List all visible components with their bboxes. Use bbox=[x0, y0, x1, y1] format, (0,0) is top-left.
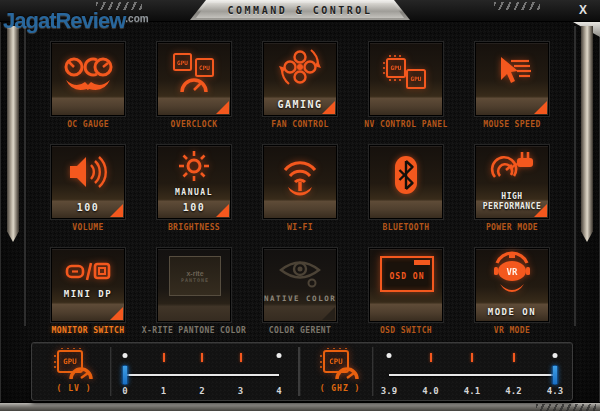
slider-track[interactable] bbox=[389, 374, 555, 376]
bottom-metal-bar bbox=[0, 402, 600, 411]
slider-end-dot bbox=[553, 353, 558, 358]
vr-headset-icon: VR bbox=[489, 251, 535, 299]
tile-label-vr-mode: VR MODE bbox=[459, 326, 565, 335]
corner-triangle bbox=[322, 307, 335, 320]
cpu-ghz-group: CPU ( GHZ ) bbox=[310, 348, 370, 393]
tick-label: 1 bbox=[161, 386, 166, 396]
osd-state-text: OSD ON bbox=[382, 272, 432, 281]
svg-text:VR: VR bbox=[507, 267, 518, 277]
divider bbox=[110, 347, 111, 396]
tile-xrite-pantone-color[interactable]: x-rite PANTONE bbox=[157, 248, 231, 322]
slider-tick bbox=[471, 353, 473, 362]
tile-oc-gauge[interactable] bbox=[51, 42, 125, 116]
osd-on-icon: OSD ON bbox=[380, 256, 434, 292]
decor-hatch-bottom-right bbox=[536, 404, 596, 411]
window-title: COMMAND & CONTROL bbox=[228, 5, 373, 16]
command-control-window: COMMAND & CONTROL X JagatReview.com bbox=[0, 0, 600, 411]
tile-label-overclock: OVERCLOCK bbox=[141, 120, 247, 129]
tile-brightness[interactable]: MANUAL 100 bbox=[157, 145, 231, 219]
tile-label-fan-control: FAN CONTROL bbox=[247, 120, 353, 129]
slider-end-dot bbox=[123, 353, 128, 358]
tile-label-mouse-speed: MOUSE SPEED bbox=[459, 120, 565, 129]
slider-end-dot bbox=[277, 353, 282, 358]
tick-label: 4.1 bbox=[464, 386, 480, 396]
slider-tick bbox=[513, 353, 515, 362]
svg-text:GPU: GPU bbox=[63, 357, 77, 366]
xrite-logo-icon: x-rite PANTONE bbox=[169, 256, 221, 296]
tile-label-monitor-switch: MONITOR SWITCH bbox=[35, 326, 141, 335]
tile-power-mode[interactable]: HIGH PERFORMANCE bbox=[475, 145, 549, 219]
slider-tick bbox=[430, 353, 432, 362]
color-profile-badge: NATIVE COLOR bbox=[264, 294, 336, 303]
tile-grid: OC GAUGE GPU CPU OVERCLOCK bbox=[51, 42, 549, 335]
tile-mouse-speed[interactable] bbox=[475, 42, 549, 116]
gpu-level-group: GPU ( LV ) bbox=[44, 348, 104, 393]
tick-label: 4.2 bbox=[505, 386, 521, 396]
slider-tick bbox=[240, 353, 242, 362]
fan-icon bbox=[277, 45, 323, 89]
tick-label: 4 bbox=[276, 386, 281, 396]
tick-label: 4.0 bbox=[422, 386, 438, 396]
corner-triangle bbox=[216, 204, 229, 217]
close-button[interactable]: X bbox=[579, 3, 587, 17]
gpu-unit-label: ( LV ) bbox=[44, 384, 104, 393]
gpu-level-slider[interactable]: 0 1 2 3 4 bbox=[118, 349, 286, 397]
tile-label-color-gerent: COLOR GERENT bbox=[247, 326, 353, 335]
tile-monitor-switch[interactable]: MINI DP bbox=[51, 248, 125, 322]
svg-text:GPU: GPU bbox=[177, 59, 188, 66]
decor-hatch-right bbox=[494, 2, 540, 10]
cpu-chip-icon: CPU bbox=[317, 348, 363, 382]
slider-tick bbox=[201, 353, 203, 362]
tile-bluetooth[interactable] bbox=[369, 145, 443, 219]
watermark-logo: JagatReview.com bbox=[3, 8, 149, 34]
corner-triangle bbox=[110, 204, 123, 217]
tile-nv-control-panel[interactable]: GPU GPU bbox=[369, 42, 443, 116]
vr-state-badge: MODE ON bbox=[476, 307, 548, 317]
slider-tick bbox=[163, 353, 165, 362]
slider-track[interactable] bbox=[125, 374, 279, 376]
cpu-unit-label: ( GHZ ) bbox=[310, 384, 370, 393]
svg-text:GPU: GPU bbox=[411, 75, 422, 82]
monitor-output-badge: MINI DP bbox=[52, 289, 124, 299]
tile-label-power-mode: POWER MODE bbox=[459, 223, 565, 232]
osd-menu-strip bbox=[414, 260, 430, 265]
corner-triangle bbox=[216, 101, 229, 114]
nv-control-panel-icon: GPU GPU bbox=[382, 55, 430, 101]
tile-wifi[interactable] bbox=[263, 145, 337, 219]
tile-label-volume: VOLUME bbox=[35, 223, 141, 232]
side-line-left bbox=[24, 26, 26, 326]
oc-gauge-icon bbox=[63, 53, 113, 101]
cpu-ghz-slider-handle[interactable] bbox=[552, 365, 559, 385]
corner-triangle bbox=[322, 101, 335, 114]
gpu-chip-icon: GPU bbox=[51, 348, 97, 382]
tile-label-brightness: BRIGHTNESS bbox=[141, 223, 247, 232]
tile-osd-switch[interactable]: OSD ON bbox=[369, 248, 443, 322]
tick-label: 2 bbox=[199, 386, 204, 396]
tile-fan-control[interactable]: GAMING bbox=[263, 42, 337, 116]
tick-label: 4.3 bbox=[547, 386, 563, 396]
svg-text:CPU: CPU bbox=[199, 64, 210, 71]
tile-label-xrite-pantone-color: X-RITE PANTONE COLOR bbox=[141, 326, 247, 335]
brightness-mode-badge: MANUAL bbox=[158, 188, 230, 197]
tick-label: 3 bbox=[238, 386, 243, 396]
monitor-switch-icon bbox=[64, 257, 112, 287]
svg-text:CPU: CPU bbox=[329, 357, 343, 366]
overclock-icon: GPU CPU bbox=[170, 51, 218, 97]
eye-icon bbox=[276, 255, 324, 289]
wifi-icon bbox=[277, 158, 323, 200]
bluetooth-icon bbox=[384, 154, 428, 196]
tile-overclock[interactable]: GPU CPU bbox=[157, 42, 231, 116]
mouse-speed-icon bbox=[489, 53, 535, 97]
bottom-slider-panel: GPU ( LV ) 0 1 2 3 4 bbox=[31, 342, 573, 401]
power-mode-icon bbox=[489, 149, 535, 187]
side-metal-left bbox=[7, 26, 19, 242]
tile-label-nv-control-panel: NV CONTROL PANEL bbox=[353, 120, 459, 129]
tile-vr-mode[interactable]: VR MODE ON bbox=[475, 248, 549, 322]
corner-triangle bbox=[110, 307, 123, 320]
corner-triangle bbox=[534, 101, 547, 114]
gpu-level-slider-handle[interactable] bbox=[122, 365, 129, 385]
tile-color-gerent[interactable]: NATIVE COLOR bbox=[263, 248, 337, 322]
tile-volume[interactable]: 100 bbox=[51, 145, 125, 219]
tile-label-osd-switch: OSD SWITCH bbox=[353, 326, 459, 335]
cpu-ghz-slider[interactable]: 3.9 4.0 4.1 4.2 4.3 bbox=[382, 349, 562, 397]
